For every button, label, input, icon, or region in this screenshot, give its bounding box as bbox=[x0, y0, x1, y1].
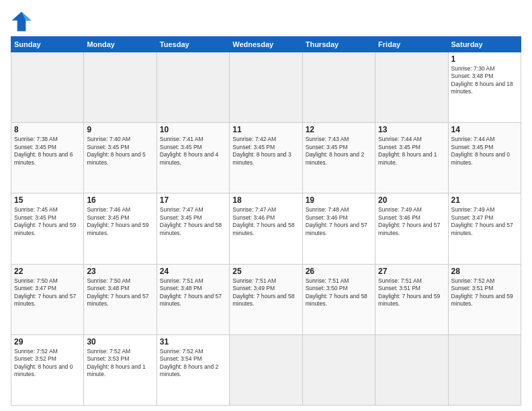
calendar-day-31: 31Sunrise: 7:52 AM Sunset: 3:54 PM Dayli… bbox=[157, 334, 229, 405]
day-info: Sunrise: 7:47 AM Sunset: 3:46 PM Dayligh… bbox=[232, 206, 299, 237]
day-number: 1 bbox=[451, 54, 518, 64]
calendar-day-18: 18Sunrise: 7:47 AM Sunset: 3:46 PM Dayli… bbox=[230, 193, 302, 264]
day-info: Sunrise: 7:51 AM Sunset: 3:48 PM Dayligh… bbox=[160, 277, 226, 308]
calendar-week-5: 29Sunrise: 7:52 AM Sunset: 3:52 PM Dayli… bbox=[11, 334, 521, 405]
day-info: Sunrise: 7:44 AM Sunset: 3:45 PM Dayligh… bbox=[378, 136, 445, 167]
calendar-day-19: 19Sunrise: 7:48 AM Sunset: 3:46 PM Dayli… bbox=[302, 193, 375, 264]
day-number: 19 bbox=[306, 195, 372, 205]
calendar-day-11: 11Sunrise: 7:42 AM Sunset: 3:45 PM Dayli… bbox=[230, 123, 302, 193]
day-info: Sunrise: 7:47 AM Sunset: 3:45 PM Dayligh… bbox=[160, 206, 226, 237]
svg-marker-0 bbox=[12, 12, 32, 32]
day-number: 25 bbox=[232, 267, 299, 276]
day-info: Sunrise: 7:38 AM Sunset: 3:45 PM Dayligh… bbox=[14, 136, 81, 167]
calendar-day-12: 12Sunrise: 7:43 AM Sunset: 3:45 PM Dayli… bbox=[302, 123, 375, 193]
calendar-day-25: 25Sunrise: 7:51 AM Sunset: 3:49 PM Dayli… bbox=[230, 264, 302, 334]
day-of-week-header: SundayMondayTuesdayWednesdayThursdayFrid… bbox=[11, 37, 521, 52]
day-of-week-tuesday: Tuesday bbox=[157, 37, 229, 52]
day-info: Sunrise: 7:43 AM Sunset: 3:45 PM Dayligh… bbox=[306, 136, 372, 167]
empty-cell bbox=[302, 334, 375, 405]
calendar-day-13: 13Sunrise: 7:44 AM Sunset: 3:45 PM Dayli… bbox=[375, 123, 448, 193]
day-info: Sunrise: 7:51 AM Sunset: 3:50 PM Dayligh… bbox=[306, 277, 372, 308]
day-number: 30 bbox=[87, 337, 153, 347]
day-number: 13 bbox=[378, 125, 445, 134]
empty-cell bbox=[375, 52, 448, 123]
day-info: Sunrise: 7:52 AM Sunset: 3:52 PM Dayligh… bbox=[14, 348, 81, 379]
calendar-day-10: 10Sunrise: 7:41 AM Sunset: 3:45 PM Dayli… bbox=[157, 123, 229, 193]
calendar-table: SundayMondayTuesdayWednesdayThursdayFrid… bbox=[11, 36, 521, 406]
calendar-day-20: 20Sunrise: 7:49 AM Sunset: 3:46 PM Dayli… bbox=[375, 193, 448, 264]
calendar-day-30: 30Sunrise: 7:52 AM Sunset: 3:53 PM Dayli… bbox=[84, 334, 157, 405]
day-of-week-sunday: Sunday bbox=[11, 37, 84, 52]
day-info: Sunrise: 7:52 AM Sunset: 3:54 PM Dayligh… bbox=[160, 348, 226, 379]
day-info: Sunrise: 7:41 AM Sunset: 3:45 PM Dayligh… bbox=[160, 136, 226, 167]
empty-cell bbox=[11, 52, 84, 123]
day-info: Sunrise: 7:42 AM Sunset: 3:45 PM Dayligh… bbox=[232, 136, 299, 167]
logo bbox=[11, 11, 35, 32]
calendar-day-22: 22Sunrise: 7:50 AM Sunset: 3:47 PM Dayli… bbox=[11, 264, 84, 334]
day-number: 28 bbox=[451, 267, 518, 276]
empty-cell bbox=[448, 334, 521, 405]
calendar-day-17: 17Sunrise: 7:47 AM Sunset: 3:45 PM Dayli… bbox=[157, 193, 229, 264]
calendar-day-9: 9Sunrise: 7:40 AM Sunset: 3:45 PM Daylig… bbox=[84, 123, 157, 193]
day-info: Sunrise: 7:49 AM Sunset: 3:46 PM Dayligh… bbox=[378, 206, 445, 237]
calendar-day-26: 26Sunrise: 7:51 AM Sunset: 3:50 PM Dayli… bbox=[302, 264, 375, 334]
day-number: 26 bbox=[306, 267, 372, 276]
day-of-week-wednesday: Wednesday bbox=[230, 37, 302, 52]
calendar-day-15: 15Sunrise: 7:45 AM Sunset: 3:45 PM Dayli… bbox=[11, 193, 84, 264]
day-info: Sunrise: 7:52 AM Sunset: 3:53 PM Dayligh… bbox=[87, 348, 153, 379]
calendar-day-21: 21Sunrise: 7:49 AM Sunset: 3:47 PM Dayli… bbox=[448, 193, 521, 264]
day-number: 17 bbox=[160, 195, 226, 205]
calendar-day-1: 1Sunrise: 7:30 AM Sunset: 3:48 PM Daylig… bbox=[448, 52, 521, 123]
day-info: Sunrise: 7:45 AM Sunset: 3:45 PM Dayligh… bbox=[14, 206, 81, 237]
logo-icon bbox=[11, 11, 32, 32]
empty-cell bbox=[302, 52, 375, 123]
day-number: 14 bbox=[451, 125, 518, 134]
day-number: 23 bbox=[87, 267, 153, 276]
calendar-week-1: 1Sunrise: 7:30 AM Sunset: 3:48 PM Daylig… bbox=[11, 52, 521, 123]
calendar-day-27: 27Sunrise: 7:51 AM Sunset: 3:51 PM Dayli… bbox=[375, 264, 448, 334]
day-number: 22 bbox=[14, 267, 81, 276]
calendar-week-2: 8Sunrise: 7:38 AM Sunset: 3:45 PM Daylig… bbox=[11, 123, 521, 193]
day-number: 20 bbox=[378, 195, 445, 205]
empty-cell bbox=[375, 334, 448, 405]
empty-cell bbox=[230, 334, 302, 405]
day-of-week-saturday: Saturday bbox=[448, 37, 521, 52]
day-number: 12 bbox=[306, 125, 372, 134]
empty-cell bbox=[157, 52, 229, 123]
day-info: Sunrise: 7:49 AM Sunset: 3:47 PM Dayligh… bbox=[451, 206, 518, 237]
day-number: 21 bbox=[451, 195, 518, 205]
day-number: 11 bbox=[232, 125, 299, 134]
calendar-day-8: 8Sunrise: 7:38 AM Sunset: 3:45 PM Daylig… bbox=[11, 123, 84, 193]
empty-cell bbox=[230, 52, 302, 123]
day-number: 18 bbox=[232, 195, 299, 205]
day-info: Sunrise: 7:51 AM Sunset: 3:51 PM Dayligh… bbox=[378, 277, 445, 308]
day-of-week-monday: Monday bbox=[84, 37, 157, 52]
calendar-week-3: 15Sunrise: 7:45 AM Sunset: 3:45 PM Dayli… bbox=[11, 193, 521, 264]
calendar-week-4: 22Sunrise: 7:50 AM Sunset: 3:47 PM Dayli… bbox=[11, 264, 521, 334]
calendar-day-24: 24Sunrise: 7:51 AM Sunset: 3:48 PM Dayli… bbox=[157, 264, 229, 334]
day-number: 15 bbox=[14, 195, 81, 205]
header bbox=[11, 8, 521, 32]
day-info: Sunrise: 7:51 AM Sunset: 3:49 PM Dayligh… bbox=[232, 277, 299, 308]
day-number: 10 bbox=[160, 125, 226, 134]
day-info: Sunrise: 7:44 AM Sunset: 3:45 PM Dayligh… bbox=[451, 136, 518, 167]
calendar-day-23: 23Sunrise: 7:50 AM Sunset: 3:48 PM Dayli… bbox=[84, 264, 157, 334]
day-number: 8 bbox=[14, 125, 81, 134]
calendar-day-28: 28Sunrise: 7:52 AM Sunset: 3:51 PM Dayli… bbox=[448, 264, 521, 334]
day-info: Sunrise: 7:48 AM Sunset: 3:46 PM Dayligh… bbox=[306, 206, 372, 237]
calendar-day-16: 16Sunrise: 7:46 AM Sunset: 3:45 PM Dayli… bbox=[84, 193, 157, 264]
day-number: 31 bbox=[160, 337, 226, 347]
day-number: 27 bbox=[378, 267, 445, 276]
day-number: 16 bbox=[87, 195, 153, 205]
day-of-week-friday: Friday bbox=[375, 37, 448, 52]
calendar-day-29: 29Sunrise: 7:52 AM Sunset: 3:52 PM Dayli… bbox=[11, 334, 84, 405]
day-info: Sunrise: 7:30 AM Sunset: 3:48 PM Dayligh… bbox=[451, 65, 518, 96]
day-number: 9 bbox=[87, 125, 153, 134]
day-info: Sunrise: 7:52 AM Sunset: 3:51 PM Dayligh… bbox=[451, 277, 518, 308]
day-of-week-thursday: Thursday bbox=[302, 37, 375, 52]
calendar-day-14: 14Sunrise: 7:44 AM Sunset: 3:45 PM Dayli… bbox=[448, 123, 521, 193]
empty-cell bbox=[84, 52, 157, 123]
day-info: Sunrise: 7:50 AM Sunset: 3:47 PM Dayligh… bbox=[14, 277, 81, 308]
day-info: Sunrise: 7:50 AM Sunset: 3:48 PM Dayligh… bbox=[87, 277, 153, 308]
day-info: Sunrise: 7:46 AM Sunset: 3:45 PM Dayligh… bbox=[87, 206, 153, 237]
